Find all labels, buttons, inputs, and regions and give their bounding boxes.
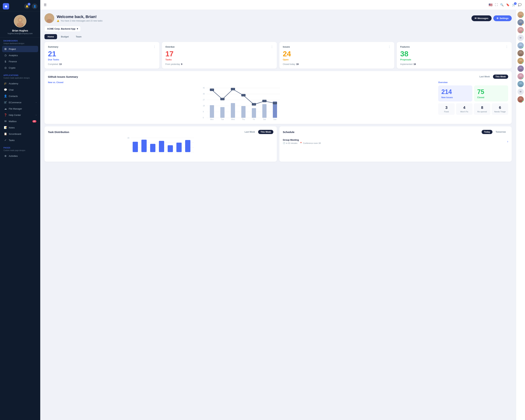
closed-issues-label: Closed — [477, 96, 505, 99]
rs-avatar-10[interactable] — [517, 81, 524, 87]
card-label: Proposals — [400, 58, 508, 61]
rs-avatar-m2[interactable]: M — [517, 89, 524, 95]
svg-point-4 — [17, 22, 23, 26]
rs-avatar-9[interactable] — [517, 73, 524, 79]
triage-label: Needs Triage — [494, 111, 506, 113]
online-dot — [522, 78, 524, 79]
messages-topbar-icon[interactable]: 💭 — [518, 3, 522, 7]
svg-rect-62 — [150, 144, 155, 152]
sidebar-item-academy[interactable]: 🎓 Academy — [2, 80, 38, 87]
sidebar-item-mailbox[interactable]: ✉ Mailbox 27 — [2, 118, 38, 124]
tab-team[interactable]: Team — [73, 34, 85, 39]
svg-text:0: 0 — [203, 117, 204, 119]
schedule-item-details: Group Meeting 🕐 in 32 minutes 📍 Conferen… — [283, 139, 321, 144]
schedule-arrow[interactable]: › — [507, 140, 508, 143]
reopened-card: 8 Re-opened — [474, 103, 490, 115]
svg-rect-24 — [252, 108, 256, 118]
sidebar-item-contacts[interactable]: 👤 Contacts — [2, 93, 38, 99]
svg-point-47 — [274, 103, 276, 104]
sidebar-item-analytics[interactable]: ◷ Analytics — [2, 52, 38, 58]
rs-avatar-5[interactable] — [517, 42, 524, 49]
sidebar-item-label: File Manager — [9, 107, 22, 110]
task-distribution-title: Task Distribution — [48, 131, 69, 133]
svg-text:Fri: Fri — [253, 119, 255, 120]
rs-avatar-2[interactable] — [517, 19, 524, 26]
project-icon: ⊞ — [4, 47, 7, 51]
sidebar-item-activities[interactable]: ⊕ Activities — [2, 153, 38, 159]
bookmark-icon[interactable]: 🔖 — [506, 3, 510, 7]
task-this-week[interactable]: This Week — [258, 130, 273, 134]
activities-icon: ⊕ — [4, 154, 7, 158]
svg-rect-21 — [220, 107, 225, 118]
profile-button[interactable]: 👤 — [32, 3, 38, 9]
bell-icon: 🔔 — [57, 19, 59, 22]
dashboards-sub: Unique dashboard designs — [2, 43, 38, 45]
card-header: Features ⋮ — [400, 45, 508, 48]
bottom-row: Task Distribution Last Week This Week 40 — [45, 126, 512, 164]
notifications-topbar-icon[interactable]: 🛒 5 — [512, 3, 516, 7]
svg-rect-60 — [133, 142, 138, 152]
sidebar-item-notes[interactable]: 📝 Notes — [2, 124, 38, 131]
rs-avatar-m1[interactable]: M — [517, 35, 524, 41]
sidebar-item-crypto[interactable]: ◎ Crypto — [2, 65, 38, 71]
rs-avatar-6[interactable] — [517, 50, 524, 56]
app-logo[interactable]: ◈ — [3, 3, 9, 9]
github-chart-svg: 45 36 27 18 9 0 — [48, 85, 435, 120]
card-footer: Completed: 13 — [48, 63, 156, 65]
filemanager-icon: ☁ — [4, 107, 7, 110]
welcome-subtitle: 🔔 You have 2 new messages and 15 new tas… — [57, 19, 103, 22]
card-number: 21 — [48, 50, 156, 57]
card-header: Summary ⋮ — [48, 45, 156, 48]
sidebar-item-scrumboard[interactable]: 📋 Scrumboard — [2, 131, 38, 137]
applications-section: APPLICATIONS Custom made application des… — [0, 72, 40, 144]
dashboards-section: DASHBOARDS Unique dashboard designs ⊞ Pr… — [0, 37, 40, 72]
sidebar-item-project[interactable]: ⊞ Project — [2, 46, 38, 52]
sidebar-item-filemanager[interactable]: ☁ File Manager — [2, 105, 38, 112]
sidebar-item-helpcenter[interactable]: ❓ Help Center › — [2, 112, 38, 118]
svg-rect-22 — [231, 103, 235, 118]
today-toggle[interactable]: Today — [482, 130, 492, 134]
svg-rect-66 — [185, 140, 190, 152]
sidebar-item-chat[interactable]: 💬 Chat — [2, 87, 38, 93]
project-dropdown[interactable]: ACME Corp. Backend App ▾ — [45, 26, 81, 32]
tab-budget[interactable]: Budget — [58, 34, 72, 39]
card-menu-icon[interactable]: ⋮ — [388, 45, 391, 48]
rs-avatar-12[interactable] — [517, 96, 524, 103]
wontfix-card: 4 Won't Fix — [456, 103, 472, 115]
sidebar-item-label: Tasks — [9, 139, 15, 141]
fullscreen-icon[interactable]: ⛶ — [495, 3, 498, 7]
svg-point-6 — [47, 15, 51, 19]
chart-left: New vs. Closed 45 36 27 18 9 0 — [48, 81, 435, 120]
settings-button[interactable]: ⚙ Settings — [493, 15, 512, 21]
small-cards-grid: 3 Fixed 4 Won't Fix 8 Re-opened — [438, 103, 508, 115]
task-distribution-chart: 40 — [48, 137, 273, 158]
new-issues-number: 214 — [441, 88, 469, 95]
sidebar-item-tasks[interactable]: ✓ Tasks — [2, 137, 38, 143]
notifications-button[interactable]: 🔔 3 — [24, 3, 30, 9]
sidebar-item-label-project: Project — [9, 48, 16, 50]
tomorrow-toggle[interactable]: Tomorrow — [493, 130, 508, 134]
search-icon[interactable]: 🔍 — [500, 3, 504, 7]
contacts-icon: 👤 — [4, 94, 7, 98]
wontfix-label: Won't Fix — [458, 111, 471, 113]
card-menu-icon[interactable]: ⋮ — [506, 45, 508, 48]
language-flag[interactable]: 🇺🇸 — [489, 3, 492, 7]
this-week-toggle[interactable]: This Week — [493, 75, 508, 79]
content-area: Welcome back, Brian! 🔔 You have 2 new me… — [40, 10, 516, 420]
sidebar-item-ecommerce[interactable]: 🛒 ECommerce › — [2, 99, 38, 105]
messages-button[interactable]: ✉ Messages — [471, 15, 492, 21]
rs-avatar-3[interactable] — [517, 27, 524, 33]
card-menu-icon[interactable]: ⋮ — [153, 45, 156, 48]
last-week-toggle[interactable]: Last Week — [477, 75, 492, 79]
menu-toggle[interactable]: ☰ — [44, 3, 47, 7]
rs-avatar-1[interactable] — [517, 11, 524, 18]
rs-avatar-8[interactable] — [517, 65, 524, 72]
tab-home[interactable]: Home — [45, 34, 57, 39]
sidebar-item-finance[interactable]: $ Finance — [2, 58, 38, 65]
envelope-icon: ✉ — [475, 17, 477, 19]
svg-point-46 — [264, 101, 265, 102]
rs-avatar-7[interactable] — [517, 58, 524, 64]
card-menu-icon[interactable]: ⋮ — [271, 45, 273, 48]
svg-point-42 — [222, 99, 223, 100]
task-last-week[interactable]: Last Week — [242, 130, 257, 134]
